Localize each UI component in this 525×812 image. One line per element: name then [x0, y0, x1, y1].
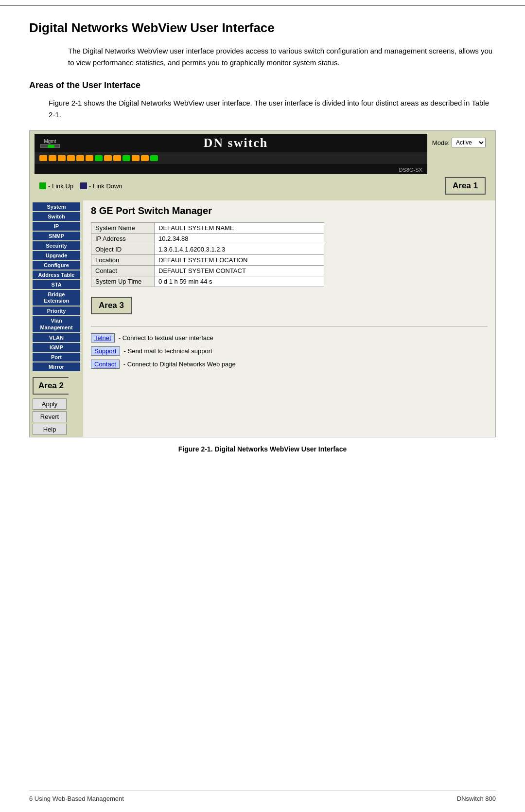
sidebar-item-configure[interactable]: Configure	[33, 261, 80, 270]
row-value: DEFAULT SYSTEM CONTACT	[155, 266, 324, 276]
link-down-icon	[80, 182, 87, 189]
table-row: System Up Time 0 d 1 h 59 min 44 s	[91, 276, 324, 287]
page-title: Digital Networks WebView User Interface	[29, 20, 496, 36]
dn-switch-title: DN switch	[204, 136, 268, 150]
intro-text: The Digital Networks WebView user interf…	[68, 45, 496, 69]
sidebar-item-port[interactable]: Port	[33, 353, 80, 361]
table-row: Location DEFAULT SYSTEM LOCATION	[91, 255, 324, 266]
row-value: 0 d 1 h 59 min 44 s	[155, 276, 324, 287]
telnet-link[interactable]: Telnet	[91, 333, 115, 343]
sidebar-item-bridge-extension[interactable]: BridgeExtension	[33, 290, 80, 306]
row-label: Contact	[91, 266, 155, 276]
mode-select[interactable]: Active	[452, 138, 486, 147]
footer-left: 6 Using Web-Based Management	[29, 795, 124, 802]
revert-button[interactable]: Revert	[33, 411, 67, 422]
sidebar-item-ip[interactable]: IP	[33, 222, 80, 231]
panel-title: 8 GE Port Switch Manager	[91, 205, 488, 217]
telnet-desc: - Connect to textual user interface	[119, 334, 213, 342]
row-value: DEFAULT SYSTEM LOCATION	[155, 255, 324, 266]
ui-body: System Switch IP SNMP Security Upgrade C…	[30, 200, 495, 437]
row-value: 10.2.34.88	[155, 234, 324, 244]
figure-description: Figure 2-1 shows the Digital Networks We…	[49, 97, 496, 121]
support-link[interactable]: Support	[91, 346, 120, 356]
sidebar-item-igmp[interactable]: IGMP	[33, 343, 80, 352]
help-button[interactable]: Help	[33, 424, 67, 435]
area2-label: Area 2	[33, 377, 69, 395]
sidebar-item-system[interactable]: System	[33, 202, 80, 211]
table-row: IP Address 10.2.34.88	[91, 234, 324, 244]
sidebar-item-switch[interactable]: Switch	[33, 212, 80, 221]
sidebar-item-address-table[interactable]: Address Table	[33, 271, 80, 279]
footer-right: DNswitch 800	[457, 795, 496, 802]
sidebar-item-mirror[interactable]: Mirror	[33, 362, 80, 371]
links-section: Telnet - Connect to textual user interfa…	[91, 333, 488, 369]
sidebar-bottom-buttons: Apply Revert Help	[33, 398, 80, 435]
sidebar-item-vlan-management[interactable]: VlanManagement	[33, 316, 80, 332]
sidebar-item-priority[interactable]: Priority	[33, 307, 80, 315]
info-table: System Name DEFAULT SYSTEM NAME IP Addre…	[91, 222, 324, 287]
table-row: System Name DEFAULT SYSTEM NAME	[91, 223, 324, 234]
port-leds-row	[35, 152, 427, 164]
row-value: DEFAULT SYSTEM NAME	[155, 223, 324, 234]
area1: Mgmt DN switch	[30, 131, 495, 200]
figure-caption: Figure 2-1. Digital Networks WebView Use…	[29, 445, 496, 453]
mode-area: Mode: Active	[427, 134, 490, 174]
apply-button[interactable]: Apply	[33, 398, 67, 410]
section-heading: Areas of the User Interface	[29, 80, 496, 90]
telnet-link-item: Telnet - Connect to textual user interfa…	[91, 333, 488, 343]
sidebar-item-vlan[interactable]: VLAN	[33, 333, 80, 342]
row-label: Object ID	[91, 244, 155, 255]
support-desc: - Send mail to technical support	[124, 347, 212, 355]
sidebar-item-upgrade[interactable]: Upgrade	[33, 251, 80, 260]
contact-link-item: Contact - Connect to Digital Networks We…	[91, 360, 488, 369]
area3-label: Area 3	[91, 297, 132, 314]
contact-desc: - Connect to Digital Networks Web page	[123, 361, 236, 368]
link-up-icon	[39, 182, 46, 189]
mode-label: Mode:	[432, 139, 450, 146]
sidebar-item-security[interactable]: Security	[33, 241, 80, 250]
table-row: Contact DEFAULT SYSTEM CONTACT	[91, 266, 324, 276]
row-value: 1.3.6.1.4.1.6200.3.1.2.3	[155, 244, 324, 255]
row-label: Location	[91, 255, 155, 266]
page-footer: 6 Using Web-Based Management DNswitch 80…	[29, 791, 496, 802]
area2-label-container: Area 2	[33, 375, 80, 395]
sidebar: System Switch IP SNMP Security Upgrade C…	[30, 200, 83, 437]
row-label: System Up Time	[91, 276, 155, 287]
main-panel: 8 GE Port Switch Manager System Name DEF…	[83, 200, 495, 437]
contact-link[interactable]: Contact	[91, 360, 120, 369]
link-down-label: - Link Down	[89, 182, 122, 190]
row-label: IP Address	[91, 234, 155, 244]
sidebar-item-sta[interactable]: STA	[33, 280, 80, 289]
model-label: DS8G-SX	[399, 167, 422, 173]
support-link-item: Support - Send mail to technical support	[91, 346, 488, 356]
sidebar-item-snmp[interactable]: SNMP	[33, 232, 80, 240]
row-label: System Name	[91, 223, 155, 234]
ui-screenshot: Mgmt DN switch	[29, 130, 496, 437]
link-legend: - Link Up - Link Down Area 1	[35, 174, 490, 198]
area1-label: Area 1	[445, 177, 486, 195]
table-row: Object ID 1.3.6.1.4.1.6200.3.1.2.3	[91, 244, 324, 255]
mgmt-label: Mgmt	[44, 139, 56, 144]
link-up-label: - Link Up	[48, 182, 73, 190]
